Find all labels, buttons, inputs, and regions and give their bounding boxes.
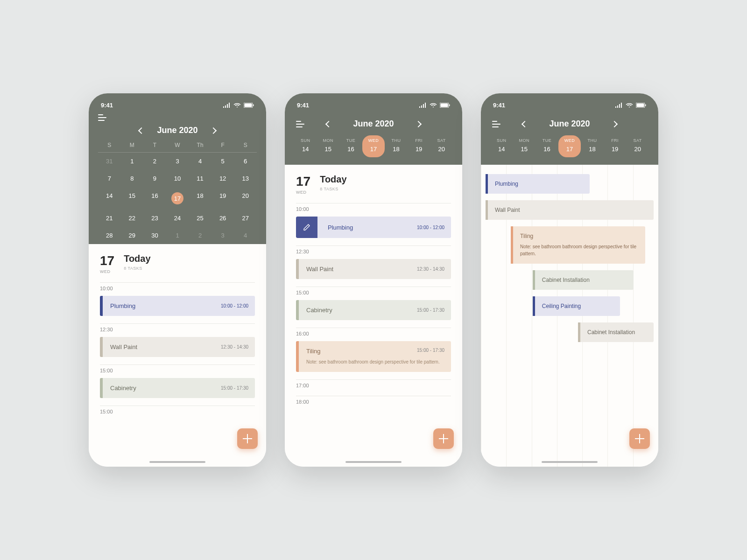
- week-day[interactable]: THU 18: [581, 138, 604, 157]
- add-task-button[interactable]: [629, 428, 650, 449]
- time-label: 15:00: [296, 290, 451, 295]
- month-day-cell[interactable]: 2: [143, 153, 166, 170]
- prev-month-button[interactable]: [325, 120, 332, 127]
- next-month-button[interactable]: [611, 120, 618, 127]
- month-day-cell[interactable]: 4: [189, 153, 211, 170]
- phone-gantt-view: 9:41 June 2020 SUN 14 MON 15 TUE 16 WE: [481, 93, 658, 467]
- month-day-cell[interactable]: 3: [211, 227, 234, 244]
- month-day-cell[interactable]: 14: [98, 187, 121, 210]
- week-day[interactable]: SUN 14: [294, 138, 317, 157]
- month-day-cell[interactable]: 2: [189, 227, 211, 244]
- month-day-cell[interactable]: 19: [211, 187, 234, 210]
- gantt-block[interactable]: Tiling Note: see bathroom bathroom desig…: [511, 226, 645, 264]
- svg-rect-8: [645, 105, 646, 106]
- task-card[interactable]: Plumbing 10:00 - 12:00: [100, 296, 255, 316]
- week-dow-label: THU: [392, 138, 401, 143]
- month-day-cell[interactable]: 10: [166, 170, 189, 187]
- week-day[interactable]: TUE 16: [536, 138, 558, 157]
- week-daynum: 17: [566, 146, 573, 153]
- month-day-cell[interactable]: 11: [189, 170, 211, 187]
- week-day[interactable]: WED 17: [558, 135, 581, 157]
- week-day[interactable]: SAT 20: [626, 138, 649, 157]
- month-day-cell[interactable]: 29: [121, 227, 144, 244]
- gantt-task-name: Ceiling Painting: [542, 303, 613, 309]
- add-task-button[interactable]: [237, 428, 258, 449]
- week-day[interactable]: THU 18: [385, 138, 408, 157]
- month-day-cell[interactable]: 13: [234, 170, 257, 187]
- month-day-cell[interactable]: 27: [234, 210, 257, 227]
- task-card[interactable]: Wall Paint 12:30 - 14:30: [100, 337, 255, 357]
- today-title: Today: [320, 174, 346, 185]
- week-dow-label: TUE: [346, 138, 356, 143]
- month-day-cell[interactable]: 20: [234, 187, 257, 210]
- month-day-cell[interactable]: 18: [189, 187, 211, 210]
- month-day-cell[interactable]: 15: [121, 187, 144, 210]
- month-day-cell[interactable]: 26: [211, 210, 234, 227]
- gantt-block[interactable]: Ceiling Painting: [533, 296, 620, 316]
- month-day-cell[interactable]: 1: [166, 227, 189, 244]
- prev-month-button[interactable]: [521, 120, 528, 127]
- month-day-cell[interactable]: 8: [121, 170, 144, 187]
- month-day-cell[interactable]: 6: [234, 153, 257, 170]
- gantt-task-name: Plumbing: [495, 181, 583, 187]
- week-daynum: 14: [302, 146, 309, 153]
- home-indicator[interactable]: [542, 461, 598, 463]
- month-day-cell[interactable]: 24: [166, 210, 189, 227]
- prev-month-button[interactable]: [138, 127, 145, 133]
- week-dow-label: WED: [564, 138, 575, 143]
- menu-icon[interactable]: [492, 121, 500, 127]
- today-task-count: 8 TASKS: [320, 187, 346, 191]
- task-card[interactable]: Tiling 15:00 - 17:30 Note: see bathroom …: [296, 341, 451, 372]
- month-day-cell[interactable]: 25: [189, 210, 211, 227]
- home-indicator[interactable]: [345, 461, 402, 463]
- task-card[interactable]: Plumbing 10:00 - 12:00: [296, 217, 451, 238]
- month-day-cell[interactable]: 31: [98, 153, 121, 170]
- task-name: Cabinetry: [306, 307, 332, 314]
- month-day-cell[interactable]: 17: [166, 187, 189, 210]
- gantt-block[interactable]: Cabinet Installation: [533, 270, 634, 290]
- month-day-cell[interactable]: 7: [98, 170, 121, 187]
- week-daynum: 20: [438, 146, 444, 153]
- month-day-cell[interactable]: 3: [166, 153, 189, 170]
- next-month-button[interactable]: [210, 127, 216, 133]
- header: 9:41 June 2020 SUN 14 MON 15 TUE 16 WE: [481, 93, 658, 165]
- month-day-cell[interactable]: 12: [211, 170, 234, 187]
- gantt-block[interactable]: Wall Paint: [486, 200, 654, 220]
- week-day[interactable]: SUN 14: [490, 138, 513, 157]
- task-card[interactable]: Cabinetry 15:00 - 17:30: [296, 300, 451, 320]
- svg-rect-2: [253, 105, 254, 106]
- month-day-cell[interactable]: 21: [98, 210, 121, 227]
- task-note: Note: see bathroom bathroom design persp…: [306, 358, 440, 365]
- task-card[interactable]: Wall Paint 12:30 - 14:30: [296, 259, 451, 279]
- month-day-cell[interactable]: 30: [143, 227, 166, 244]
- gantt-block[interactable]: Cabinet Installation: [578, 322, 654, 342]
- month-day-cell[interactable]: 4: [234, 227, 257, 244]
- week-day[interactable]: FRI 19: [604, 138, 627, 157]
- week-day[interactable]: MON 15: [513, 138, 536, 157]
- menu-icon[interactable]: [296, 121, 304, 127]
- month-day-cell[interactable]: 23: [143, 210, 166, 227]
- week-day[interactable]: FRI 19: [408, 138, 430, 157]
- time-slot: 10:00 Plumbing 10:00 - 12:00: [100, 282, 255, 316]
- month-day-cell[interactable]: 5: [211, 153, 234, 170]
- add-task-button[interactable]: [433, 428, 454, 449]
- week-day[interactable]: WED 17: [362, 135, 385, 157]
- task-card[interactable]: Cabinetry 15:00 - 17:30: [100, 378, 255, 398]
- month-day-cell[interactable]: 1: [121, 153, 144, 170]
- month-title: June 2020: [549, 119, 590, 129]
- menu-icon[interactable]: [98, 114, 106, 121]
- month-day-cell[interactable]: 9: [143, 170, 166, 187]
- month-day-cell[interactable]: 16: [143, 187, 166, 210]
- svg-rect-4: [441, 104, 448, 107]
- month-day-cell[interactable]: 22: [121, 210, 144, 227]
- month-day-cell[interactable]: 28: [98, 227, 121, 244]
- edit-icon[interactable]: [296, 217, 317, 238]
- week-daynum: 19: [416, 146, 422, 153]
- week-day[interactable]: TUE 16: [339, 138, 362, 157]
- home-indicator[interactable]: [149, 461, 205, 463]
- gantt-block[interactable]: Plumbing: [486, 174, 590, 194]
- week-day[interactable]: MON 15: [317, 138, 340, 157]
- next-month-button[interactable]: [415, 120, 422, 127]
- week-day[interactable]: SAT 20: [430, 138, 453, 157]
- timeline: 10:00 Plumbing 10:00 - 12:00 12:30 Wall …: [89, 282, 266, 424]
